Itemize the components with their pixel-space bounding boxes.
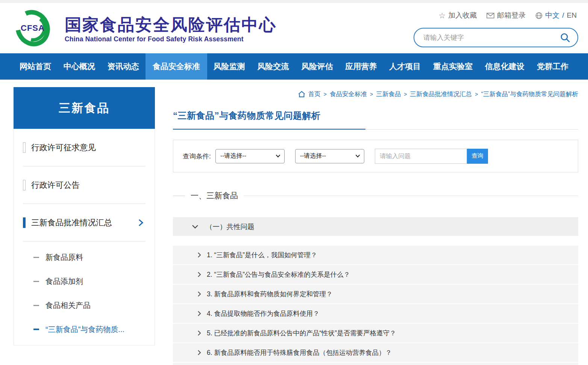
breadcrumb-current-page[interactable]: “三新食品”与食药物质常见问题解析: [481, 90, 579, 98]
sidebar-item-label: 行政许可公告: [31, 179, 80, 190]
utility-links: ☆ 加入收藏 邮箱登录 中文 / EN: [432, 11, 577, 20]
mail-login-link[interactable]: 邮箱登录: [486, 11, 526, 20]
nav-item-talent-programs[interactable]: 人才项目: [383, 53, 427, 80]
heading-right-rule: [244, 196, 578, 196]
site-search-input[interactable]: [423, 34, 560, 42]
nav-item-risk-monitoring[interactable]: 风险监测: [208, 53, 251, 80]
breadcrumb-separator: >: [324, 91, 327, 97]
star-icon: ☆: [438, 12, 446, 20]
sidebar-subitem-new-food-ingredients[interactable]: 新食品原料: [33, 245, 155, 269]
breadcrumb-separator: >: [404, 91, 407, 97]
nav-item-applied-nutrition[interactable]: 应用营养: [339, 53, 383, 80]
nav-item-informatization[interactable]: 信息化建设: [479, 53, 530, 80]
sidebar-subitem-label: 食品相关产品: [45, 300, 91, 311]
question-row-partial[interactable]: [173, 363, 578, 365]
question-search-group: 查询: [375, 149, 488, 164]
search-icon[interactable]: [560, 33, 570, 42]
breadcrumb-food-safety-standards[interactable]: 食品安全标准: [330, 90, 367, 98]
chevron-down-icon: [192, 225, 199, 229]
question-text: 5. 已经批准的新食品原料公告中的产品“性状”是否需要严格遵守？: [207, 329, 396, 338]
breadcrumb-three-new-foods[interactable]: 三新食品: [376, 90, 401, 98]
sidebar-item-license-announcement[interactable]: 行政许可公告: [23, 166, 145, 204]
filter-label: 查询条件:: [183, 152, 211, 161]
question-row-4[interactable]: 4. 食品提取物能否作为食品原料使用？: [173, 304, 578, 323]
dash-icon: [33, 329, 39, 330]
sidebar-item-label: 三新食品批准情况汇总: [31, 217, 112, 228]
nav-item-news[interactable]: 资讯动态: [102, 53, 145, 80]
query-filter-bar: 查询条件: --请选择-- --请选择-- 查询: [173, 140, 578, 172]
sidebar-subitem-food-related-products[interactable]: 食品相关产品: [33, 293, 155, 317]
sidebar-subitem-food-additives[interactable]: 食品添加剂: [33, 269, 155, 293]
question-text: 2. “三新食品”公告与食品安全标准的关系是什么？: [207, 270, 350, 279]
nav-item-food-safety-standards[interactable]: 食品安全标准: [145, 53, 207, 80]
sidebar-panel: 行政许可征求意见 行政许可公告 三新食品批准情况汇总 新食品原料: [14, 129, 155, 345]
add-favorite-link[interactable]: ☆ 加入收藏: [438, 11, 477, 20]
nav-item-party-work[interactable]: 党群工作: [531, 53, 574, 80]
site-header: CFSA 国家食品安全风险评估中心 China National Center …: [0, 3, 588, 53]
bar-icon: [23, 142, 26, 153]
page-title: “三新食品”与食药物质常见问题解析: [173, 110, 578, 122]
globe-icon: [535, 12, 543, 19]
logo-text: CFSA: [14, 9, 52, 47]
nav-item-risk-communication[interactable]: 风险交流: [252, 53, 295, 80]
nav-item-key-laboratory[interactable]: 重点实验室: [427, 53, 479, 80]
lang-en[interactable]: EN: [567, 11, 577, 20]
page: CFSA 国家食品安全风险评估中心 China National Center …: [0, 0, 588, 365]
sidebar-item-label: 行政许可征求意见: [31, 142, 96, 153]
dash-icon: [33, 281, 39, 282]
mail-login-label: 邮箱登录: [497, 11, 526, 20]
sidebar-item-approval-summary[interactable]: 三新食品批准情况汇总: [23, 204, 145, 241]
filter-select-1[interactable]: --请选择--: [215, 149, 285, 163]
lang-separator: /: [562, 11, 564, 20]
sidebar-subitem-faq[interactable]: “三新食品”与食药物质...: [33, 317, 155, 341]
dash-icon: [33, 305, 39, 306]
site-title-en: China National Center for Food Safety Ri…: [65, 35, 277, 43]
nav-item-home[interactable]: 网站首页: [14, 53, 57, 80]
question-row-6[interactable]: 6. 新食品原料能否用于特殊膳食用食品（包括运动营养食品）？: [173, 343, 578, 362]
bar-icon: [23, 180, 26, 190]
sidebar-sublist: 新食品原料 食品添加剂 食品相关产品 “三新食品”与食药物质...: [14, 241, 155, 341]
site-title-zh: 国家食品安全风险评估中心: [65, 16, 277, 34]
query-button[interactable]: 查询: [467, 149, 488, 164]
sidebar-item-license-consultation[interactable]: 行政许可征求意见: [23, 129, 145, 166]
question-row-1[interactable]: 1. “三新食品”是什么，我国如何管理？: [173, 246, 578, 264]
add-favorite-label: 加入收藏: [448, 11, 477, 20]
home-icon[interactable]: [298, 91, 305, 98]
chevron-right-icon: [197, 311, 201, 317]
question-text: 3. 新食品原料和食药物质如何界定和管理？: [207, 290, 332, 299]
top-strip: [0, 0, 588, 3]
breadcrumb-home[interactable]: 首页: [308, 90, 321, 98]
question-row-3[interactable]: 3. 新食品原料和食药物质如何界定和管理？: [173, 285, 578, 303]
question-text: 4. 食品提取物能否作为食品原料使用？: [207, 309, 319, 318]
accordion-group-header[interactable]: （一）共性问题: [173, 217, 578, 236]
filter-select-2[interactable]: --请选择--: [295, 149, 364, 163]
breadcrumb-separator: >: [370, 91, 373, 97]
nav-item-about[interactable]: 中心概况: [58, 53, 101, 80]
filter-select-2-value: --请选择--: [300, 152, 326, 160]
language-switch[interactable]: 中文 / EN: [535, 11, 577, 20]
cfsa-logo[interactable]: CFSA: [14, 9, 52, 47]
section-heading: 一、三新食品: [173, 190, 578, 201]
envelope-icon: [486, 13, 494, 18]
chevron-right-icon: [197, 271, 201, 278]
section-heading-text: 一、三新食品: [191, 190, 238, 201]
question-search-input[interactable]: [375, 149, 467, 164]
site-title: 国家食品安全风险评估中心 China National Center for F…: [65, 16, 277, 43]
nav-item-risk-assessment[interactable]: 风险评估: [295, 53, 339, 80]
body: 三新食品 行政许可征求意见 行政许可公告 三新食品批准情况汇总: [0, 80, 588, 365]
chevron-right-icon: [197, 252, 201, 258]
breadcrumb-approval-summary[interactable]: 三新食品批准情况汇总: [410, 90, 472, 98]
sidebar-title: 三新食品: [14, 87, 155, 129]
chevron-right-icon: [197, 350, 201, 356]
question-row-5[interactable]: 5. 已经批准的新食品原料公告中的产品“性状”是否需要严格遵守？: [173, 324, 578, 342]
question-text: 1. “三新食品”是什么，我国如何管理？: [207, 250, 317, 259]
sidebar-subitem-label: “三新食品”与食药物质...: [45, 324, 124, 335]
title-underline-blue: [173, 129, 365, 130]
accordion-group-title: （一）共性问题: [206, 222, 255, 231]
dash-icon: [33, 257, 39, 258]
question-row-2[interactable]: 2. “三新食品”公告与食品安全标准的关系是什么？: [173, 265, 578, 284]
chevron-right-icon: [138, 219, 143, 226]
lang-zh[interactable]: 中文: [545, 11, 559, 20]
sidebar-subitem-label: 新食品原料: [45, 252, 83, 262]
site-search: [414, 28, 578, 47]
